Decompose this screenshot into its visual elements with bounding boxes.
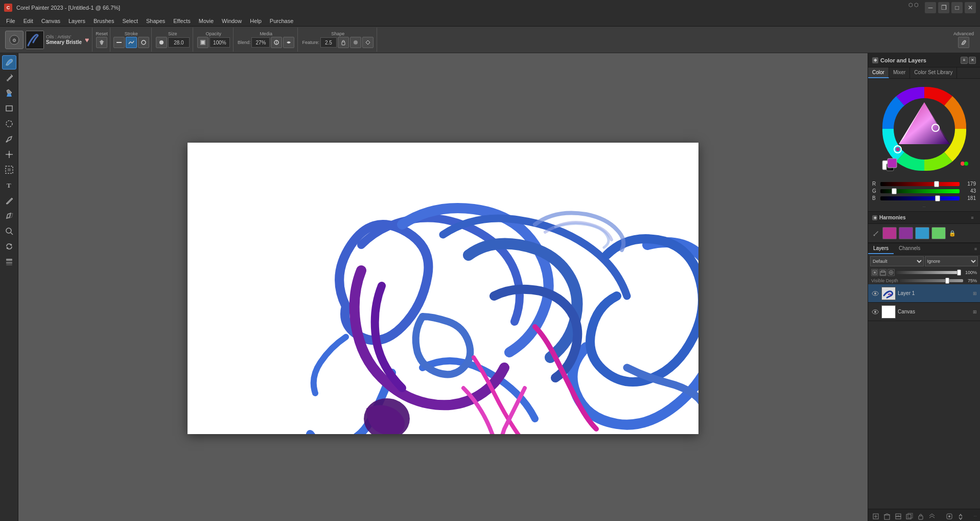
green-slider[interactable]: [880, 189, 960, 193]
layers-menu-btn[interactable]: ≡: [974, 246, 977, 252]
magnifier-tool-btn[interactable]: [2, 224, 16, 238]
layer1-name: Layer 1: [898, 290, 971, 296]
menu-layers[interactable]: Layers: [64, 17, 89, 25]
layer-expand-btn[interactable]: [956, 512, 965, 521]
visible-depth-slider[interactable]: [900, 279, 963, 282]
layer-icon-2[interactable]: [879, 269, 886, 276]
menu-effects[interactable]: Effects: [169, 17, 194, 25]
layer-collapse-btn[interactable]: [927, 512, 937, 521]
minimize-button[interactable]: ─: [925, 2, 936, 13]
eyedropper-tool-btn[interactable]: [2, 71, 16, 85]
layer-item-canvas[interactable]: Canvas ⊞: [868, 303, 980, 321]
panel-close-btn[interactable]: ✕: [969, 57, 976, 64]
stroke-type2-button[interactable]: [126, 37, 137, 48]
layer-icon-1[interactable]: [871, 269, 878, 276]
menu-help[interactable]: Help: [246, 17, 266, 25]
layer1-options-btn[interactable]: ⊞: [973, 291, 977, 296]
layer-item-1[interactable]: Layer 1 ⊞: [868, 284, 980, 303]
maximize-button[interactable]: □: [951, 2, 963, 13]
layer-add-btn[interactable]: [871, 512, 880, 521]
harmony-lock-btn[interactable]: 🔒: [949, 230, 956, 237]
menu-file[interactable]: File: [2, 17, 19, 25]
reset-button[interactable]: [96, 37, 107, 48]
harmony-eyedropper-icon[interactable]: [872, 229, 880, 237]
color-tab-colorset[interactable]: Color Set Library: [910, 67, 957, 78]
canvas-options-btn[interactable]: ⊞: [973, 309, 977, 314]
layer-merge-btn[interactable]: [894, 512, 903, 521]
color-tab-mixer[interactable]: Mixer: [889, 67, 910, 78]
selection-tool-btn[interactable]: [2, 163, 16, 177]
layer-icon-3[interactable]: [888, 269, 895, 276]
layer-delete-btn[interactable]: [882, 512, 892, 521]
pen-tool-btn[interactable]: [2, 132, 16, 146]
size-icon[interactable]: [156, 37, 167, 48]
favorite-button[interactable]: ♥: [85, 36, 89, 44]
layer-copy-btn[interactable]: [905, 512, 914, 521]
blend-mode-select[interactable]: Default: [870, 256, 924, 266]
harmonies-menu-btn[interactable]: ≡: [969, 214, 976, 221]
transform-tool-btn[interactable]: [2, 147, 16, 162]
media-btn2[interactable]: [283, 37, 294, 48]
color-wheel[interactable]: [878, 83, 970, 175]
clone-tool-btn[interactable]: [2, 209, 16, 223]
lasso-tool-btn[interactable]: [2, 117, 16, 131]
restore-button[interactable]: ❐: [938, 2, 949, 13]
fill-tool-btn[interactable]: [2, 86, 16, 100]
layers-tab-channels[interactable]: Channels: [894, 243, 925, 254]
harmony-swatch-4[interactable]: [931, 227, 946, 239]
shape-btn2[interactable]: [350, 37, 361, 48]
menu-select[interactable]: Select: [118, 17, 142, 25]
blend-input[interactable]: 27%: [251, 37, 270, 48]
harmony-swatch-1[interactable]: [882, 227, 897, 239]
opacity-icon[interactable]: [197, 37, 208, 48]
menu-canvas[interactable]: Canvas: [37, 17, 64, 25]
menu-movie[interactable]: Movie: [195, 17, 218, 25]
advanced-brush-btn[interactable]: [958, 37, 969, 48]
color-tab-color[interactable]: Color: [868, 67, 889, 78]
brush-tool-btn[interactable]: [2, 55, 16, 70]
opacity-slider-thumb[interactable]: [957, 269, 961, 276]
stroke-type3-button[interactable]: [138, 37, 149, 48]
brush-category-icon[interactable]: ⚙: [5, 31, 24, 49]
painting-canvas[interactable]: [188, 143, 698, 434]
text-tool-btn[interactable]: T: [2, 178, 16, 192]
rotate-tool-btn[interactable]: [2, 239, 16, 254]
shape-btn3[interactable]: [362, 37, 374, 48]
layer-adjuster-tool-btn[interactable]: [2, 255, 16, 269]
menu-shapes[interactable]: Shapes: [142, 17, 169, 25]
brush-preview[interactable]: [26, 31, 44, 49]
opacity-slider-track[interactable]: [896, 271, 961, 274]
layer-lock-btn[interactable]: [916, 512, 925, 521]
visible-depth-thumb[interactable]: [945, 278, 949, 284]
opacity-input[interactable]: 100%: [209, 37, 230, 48]
stroke-type1-button[interactable]: [113, 37, 125, 48]
shape-lock-btn[interactable]: [338, 37, 349, 48]
menu-window[interactable]: Window: [218, 17, 246, 25]
more-options-dots[interactable]: ...: [872, 202, 976, 209]
rectangle-tool-btn[interactable]: [2, 101, 16, 116]
layer1-visibility-btn[interactable]: [871, 289, 879, 298]
close-button[interactable]: ✕: [965, 2, 976, 13]
menu-edit[interactable]: Edit: [19, 17, 37, 25]
knife-tool-btn[interactable]: [2, 193, 16, 208]
menu-purchase[interactable]: Purchase: [266, 17, 297, 25]
green-thumb[interactable]: [892, 188, 897, 194]
panel-settings-btn[interactable]: ≡: [961, 57, 968, 64]
svg-text:T: T: [7, 182, 11, 189]
layers-more-dots[interactable]: ···: [973, 514, 977, 518]
size-input[interactable]: 28.0: [168, 37, 190, 48]
composite-select[interactable]: Ignore: [925, 256, 978, 266]
menu-brushes[interactable]: Brushes: [89, 17, 118, 25]
blue-slider[interactable]: [880, 196, 960, 200]
media-btn1[interactable]: [271, 37, 282, 48]
red-thumb[interactable]: [934, 181, 939, 187]
feature-input[interactable]: 2.5: [320, 37, 337, 48]
layer-settings-btn[interactable]: [945, 512, 954, 521]
harmony-swatch-3[interactable]: [915, 227, 929, 239]
red-slider[interactable]: [880, 182, 960, 186]
blue-thumb[interactable]: [935, 195, 940, 201]
layers-tab-layers[interactable]: Layers: [868, 243, 894, 254]
svg-rect-26: [6, 259, 12, 261]
harmony-swatch-2[interactable]: [899, 227, 913, 239]
canvas-visibility-btn[interactable]: [871, 308, 879, 316]
